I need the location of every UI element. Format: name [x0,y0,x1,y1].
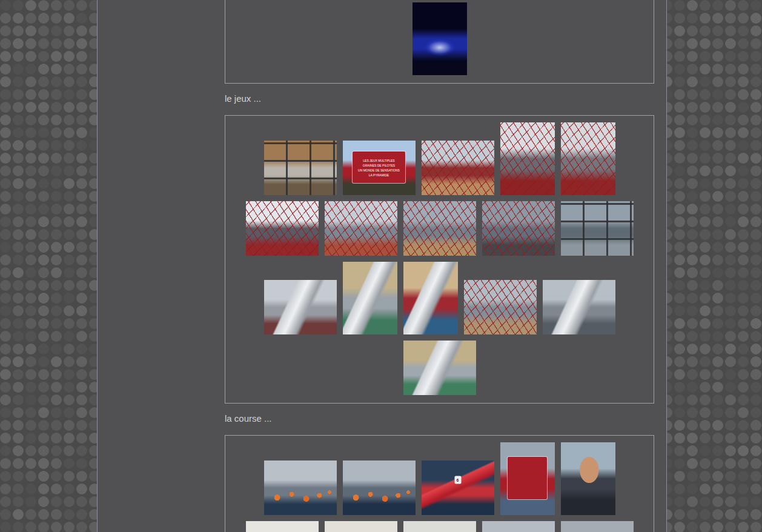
background-dot [687,216,698,227]
background-dot [738,13,749,24]
background-dot [712,51,723,62]
background-dot [64,254,75,265]
background-dot [674,127,685,138]
background-dot [738,394,749,405]
photo-thumbnail[interactable] [561,201,634,256]
background-dot [750,433,761,444]
photo-thumbnail[interactable] [264,461,337,515]
photo-thumbnail[interactable]: LES JEUX MULTIPLES GRAINES DE PILOTES UN… [343,141,416,195]
background-dot [674,344,685,354]
background-dot [750,471,761,482]
background-dot [25,433,36,444]
photo-thumbnail[interactable] [325,201,397,256]
background-dot [687,140,698,151]
photo-thumbnail[interactable] [412,2,467,75]
background-dot [750,458,761,469]
background-dot [712,25,723,36]
background-dot [750,229,761,240]
background-dot [712,293,723,304]
background-dot [750,0,761,11]
background-dot [0,369,11,380]
background-dot [674,229,685,240]
background-dot [712,127,723,138]
photo-thumbnail[interactable] [464,280,537,334]
background-dot [700,178,711,189]
photo-thumbnail[interactable] [422,141,494,195]
background-dot [51,369,62,380]
background-dot [76,407,87,418]
background-dot [687,445,698,456]
background-dot [76,445,87,456]
background-dot [64,471,75,482]
photo-thumbnail[interactable] [325,521,397,532]
background-dot [750,407,761,418]
photo-thumbnail[interactable] [500,122,555,195]
photo-thumbnail[interactable] [403,262,458,334]
background-dot [700,356,711,367]
background-dot [674,471,685,482]
photo-thumbnail[interactable] [482,521,555,532]
background-dot [64,178,75,189]
photo-thumbnail[interactable] [561,521,634,532]
photo-thumbnail[interactable] [403,201,476,256]
background-dot [674,382,685,393]
background-dot [674,38,685,49]
background-dot [25,356,36,367]
background-dot [38,115,49,125]
photo-thumbnail[interactable] [482,201,555,256]
background-dot [38,140,49,151]
photo-thumbnail[interactable] [264,280,337,334]
photo-thumbnail[interactable] [264,141,337,195]
background-dot [38,484,49,494]
background-dot [76,204,87,214]
background-dot [64,445,75,456]
photo-thumbnail[interactable] [403,341,476,395]
photo-thumbnail[interactable] [500,442,555,515]
background-dot [0,471,11,482]
background-dot [25,458,36,469]
background-dot [25,102,36,113]
background-dot [738,280,749,291]
background-dot [750,254,761,265]
background-dot [76,509,87,520]
background-dot [13,102,24,113]
gallery-box-intro-partial [225,0,654,84]
background-dot [13,471,24,482]
background-dot [687,305,698,316]
background-dot [750,64,761,75]
background-dot [674,153,685,164]
background-dot [687,229,698,240]
photo-thumbnail[interactable] [403,521,476,532]
background-dot [750,216,761,227]
photo-thumbnail[interactable] [246,201,319,256]
background-dot [38,25,49,36]
background-dot [0,254,11,265]
background-dot [725,229,736,240]
photo-thumbnail[interactable] [246,521,319,532]
background-dot [700,229,711,240]
background-dot [76,25,87,36]
background-dot [712,89,723,100]
background-dot [750,318,761,329]
background-dot [712,267,723,278]
photo-thumbnail[interactable]: 6 [422,461,494,515]
background-dot [725,509,736,520]
background-dot [700,51,711,62]
photo-thumbnail[interactable] [561,442,615,515]
photo-thumbnail[interactable] [543,280,615,334]
background-dot [687,344,698,354]
background-dot [76,267,87,278]
background-dot [700,0,711,11]
background-dot [51,484,62,494]
background-dot [38,76,49,87]
photo-thumbnail[interactable] [343,262,397,334]
background-dot [687,38,698,49]
photo-thumbnail[interactable] [561,122,615,195]
photo-thumbnail[interactable] [343,461,416,515]
background-dot [738,153,749,164]
background-dot [64,394,75,405]
background-dot [38,471,49,482]
background-dot [64,51,75,62]
background-dot [750,178,761,189]
background-dot [25,484,36,494]
